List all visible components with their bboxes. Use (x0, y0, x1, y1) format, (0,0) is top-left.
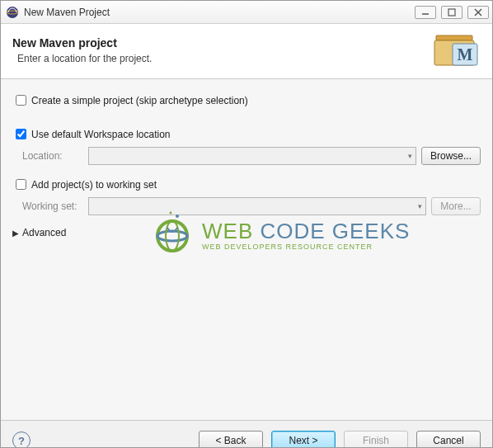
page-subtitle: Enter a location for the project. (17, 53, 431, 64)
more-button: More... (431, 197, 481, 215)
back-button[interactable]: < Back (199, 431, 263, 448)
wizard-banner: New Maven project Enter a location for t… (1, 24, 492, 79)
chevron-down-icon: ▾ (418, 202, 422, 210)
svg-rect-3 (448, 9, 455, 16)
expand-icon: ▶ (12, 229, 19, 238)
simple-project-label: Create a simple project (skip archetype … (31, 95, 248, 106)
chevron-down-icon: ▾ (408, 152, 412, 160)
working-set-checkbox[interactable] (16, 179, 26, 190)
wizard-content: Create a simple project (skip archetype … (1, 79, 492, 421)
title-bar: New Maven Project (1, 1, 492, 24)
working-set-checkbox-label: Add project(s) to working set (31, 179, 157, 191)
watermark-tagline: WEB DEVELOPERS RESOURCE CENTER (202, 243, 410, 251)
default-workspace-row: Use default Workspace location (12, 126, 481, 142)
default-workspace-label: Use default Workspace location (31, 129, 171, 140)
svg-rect-6 (436, 35, 472, 40)
finish-button: Finish (344, 431, 408, 448)
working-set-label: Working set: (22, 200, 83, 212)
button-bar: ? < Back Next > Finish Cancel (1, 421, 492, 448)
svg-text:M: M (458, 45, 473, 64)
next-button[interactable]: Next > (271, 431, 336, 448)
page-title: New Maven project (12, 36, 431, 50)
advanced-expander[interactable]: ▶ Advanced (12, 227, 481, 238)
default-workspace-checkbox[interactable] (16, 129, 26, 139)
minimize-button[interactable] (415, 6, 436, 19)
working-set-field-row: Working set: ▾ More... (22, 197, 481, 215)
location-label: Location: (22, 150, 83, 162)
simple-project-checkbox[interactable] (16, 95, 26, 106)
browse-button[interactable]: Browse... (421, 147, 481, 165)
cancel-button[interactable]: Cancel (416, 431, 481, 448)
working-set-combo: ▾ (88, 197, 426, 215)
window-controls (415, 6, 489, 19)
maximize-button[interactable] (441, 6, 462, 19)
simple-project-row: Create a simple project (skip archetype … (12, 92, 481, 108)
location-row: Location: ▾ Browse... (22, 147, 481, 165)
help-icon[interactable]: ? (12, 431, 31, 448)
working-set-row: Add project(s) to working set (12, 177, 481, 192)
eclipse-icon (6, 6, 19, 19)
close-button[interactable] (467, 6, 489, 19)
window-title: New Maven Project (24, 7, 415, 18)
advanced-label: Advanced (22, 227, 66, 238)
maven-icon: M (431, 32, 481, 68)
location-combo[interactable]: ▾ (88, 147, 416, 165)
